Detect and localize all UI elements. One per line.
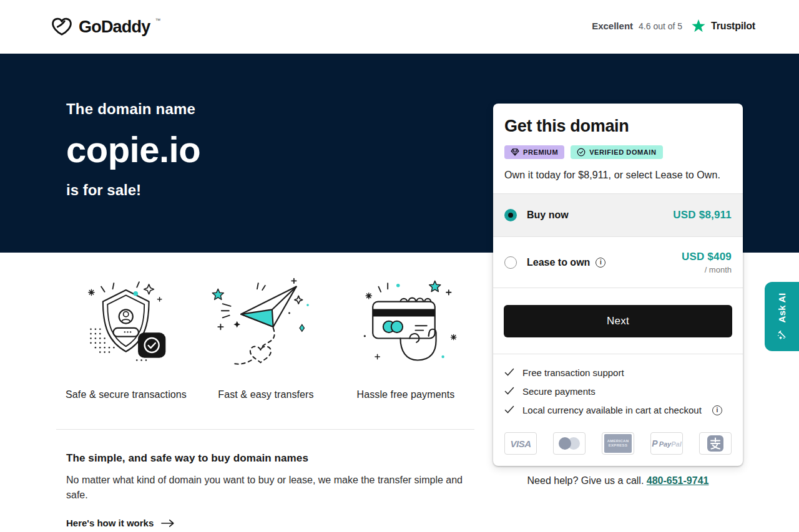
magic-wand-icon: [776, 328, 788, 340]
buy-now-option[interactable]: Buy now USD $8,911: [493, 193, 743, 237]
feature-item: Free transaction support: [504, 367, 732, 378]
payment-methods-row: VISA AMERICAN EXPRESS P PayPal: [493, 425, 743, 466]
offer-subtitle: Own it today for $8,911, or select Lease…: [504, 170, 732, 181]
benefit-easy-transfers: Fast & easy transfers: [196, 276, 336, 400]
card-title: Get this domain: [504, 117, 732, 136]
godaddy-heart-icon: [50, 15, 74, 41]
alipay-logo: [699, 432, 732, 455]
how-it-works-label: Here's how it works: [66, 518, 154, 528]
lease-price: USD $409: [682, 251, 732, 263]
feature-label: Free transaction support: [522, 367, 624, 378]
how-it-works-link[interactable]: Here's how it works: [66, 518, 175, 528]
domain-name: copie.io: [66, 128, 200, 170]
benefits-section: Safe & secure transactions: [56, 276, 476, 400]
diamond-icon: [511, 148, 519, 156]
next-button[interactable]: Next: [504, 305, 732, 337]
godaddy-wordmark: GoDaddy: [79, 15, 150, 39]
payment-hand-illustration: [345, 276, 466, 371]
paper-plane-illustration: [205, 276, 326, 371]
trademark-symbol: ™: [155, 17, 160, 24]
benefit-caption: Hassle free payments: [336, 389, 476, 400]
feature-item: Secure payments: [504, 386, 732, 397]
currency-info-icon[interactable]: i: [712, 405, 722, 415]
paypal-logo: P PayPal: [650, 432, 683, 455]
benefit-hassle-free-payments: Hassle free payments: [336, 276, 476, 400]
benefit-secure-transactions: Safe & secure transactions: [56, 276, 196, 400]
hero-intro-text: The domain name: [66, 100, 200, 118]
buy-now-radio[interactable]: [504, 209, 517, 221]
premium-badge: PREMIUM: [504, 145, 564, 159]
buy-now-price: USD $8,911: [673, 209, 732, 221]
american-express-logo: AMERICAN EXPRESS: [602, 432, 634, 455]
info-heading: The simple, and safe way to buy domain n…: [66, 452, 308, 465]
feature-item: Local currency available in cart at chec…: [504, 405, 732, 415]
check-circle-icon: [577, 148, 586, 157]
features-list: Free transaction support Secure payments…: [493, 354, 743, 425]
section-divider: [56, 429, 474, 430]
badges-row: PREMIUM VERIFIED DOMAIN: [504, 145, 732, 159]
checkmark-icon: [504, 367, 514, 378]
trustpilot-rating[interactable]: Excellent 4.6 out of 5 Trustpilot: [592, 19, 755, 32]
lease-label: Lease to own: [527, 257, 590, 268]
ask-ai-label: Ask AI: [777, 293, 787, 323]
lease-to-own-option[interactable]: Lease to own i USD $409 / month: [493, 237, 743, 288]
phone-link[interactable]: 480-651-9741: [647, 475, 709, 486]
ask-ai-button[interactable]: Ask AI: [765, 282, 799, 351]
trustpilot-score: 4.6 out of 5: [639, 21, 682, 31]
verified-badge-label: VERIFIED DOMAIN: [589, 148, 656, 156]
lease-info-icon[interactable]: i: [596, 258, 605, 268]
trustpilot-star-icon: [692, 19, 705, 32]
verified-domain-badge: VERIFIED DOMAIN: [571, 145, 662, 159]
feature-label: Secure payments: [522, 386, 596, 397]
hero-sale-text: is for sale!: [66, 181, 200, 199]
trustpilot-brand-label: Trustpilot: [711, 21, 755, 32]
mastercard-logo: [553, 432, 586, 455]
verified-check-badge: [138, 332, 165, 358]
benefit-caption: Safe & secure transactions: [56, 389, 196, 400]
checkmark-icon: [504, 405, 514, 415]
buy-now-label: Buy now: [527, 210, 569, 221]
get-domain-card: Get this domain PREMIUM VERIFIED DOMAIN: [493, 104, 743, 466]
top-header: GoDaddy ™ Excellent 4.6 out of 5 Trustpi…: [0, 0, 799, 54]
visa-logo: VISA: [504, 432, 537, 455]
checkmark-icon: [504, 386, 514, 397]
benefit-caption: Fast & easy transfers: [196, 389, 336, 400]
arrow-right-icon: [161, 519, 175, 528]
shield-illustration: [66, 276, 186, 371]
lease-radio[interactable]: [504, 256, 517, 269]
lease-price-period: / month: [682, 265, 732, 274]
premium-badge-label: PREMIUM: [523, 148, 558, 156]
trustpilot-rating-label: Excellent: [592, 21, 633, 31]
feature-label: Local currency available in cart at chec…: [522, 405, 702, 415]
need-help-text: Need help? Give us a call. 480-651-9741: [493, 475, 743, 486]
godaddy-logo[interactable]: GoDaddy ™: [50, 15, 160, 41]
info-body: No matter what kind of domain you want t…: [66, 473, 471, 503]
